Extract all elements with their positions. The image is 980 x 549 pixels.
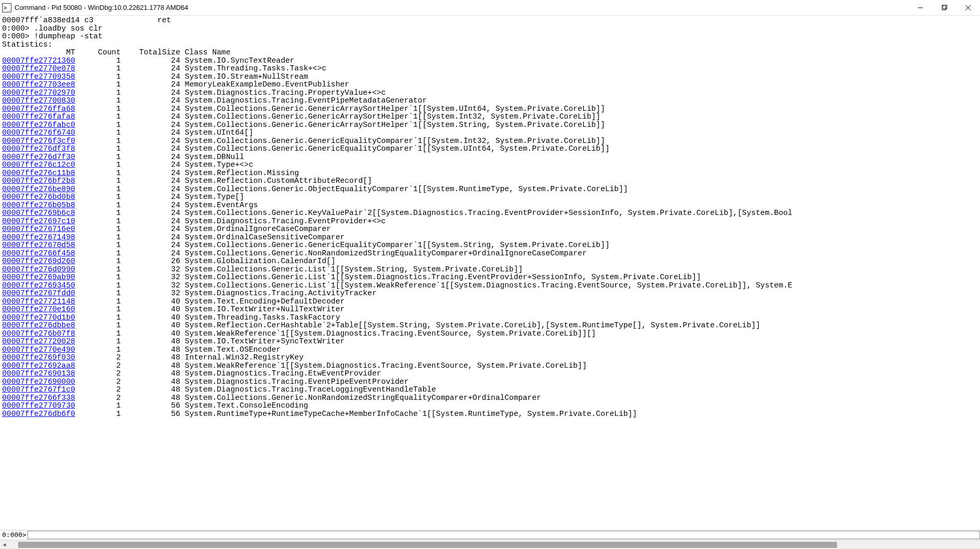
mt-link[interactable]: 00007ffe276ffa68 — [2, 105, 75, 113]
heap-row: 00007ffe27702970 1 24 System.Diagnostics… — [2, 89, 978, 97]
heap-row: 00007ffe276be890 1 24 System.Collections… — [2, 185, 978, 194]
mt-link[interactable]: 00007ffe27700830 — [2, 96, 75, 105]
maximize-icon — [942, 5, 947, 10]
scrollbar-thumb[interactable] — [18, 542, 837, 548]
heap-header: MT Count TotalSize Class Name — [2, 49, 978, 57]
mt-link[interactable]: 00007ffe276b05b8 — [2, 201, 75, 209]
mt-link[interactable]: 00007ffe27709358 — [2, 73, 75, 81]
horizontal-scrollbar[interactable]: ◄ — [0, 540, 980, 549]
heap-row: 00007ffe2769b6c8 1 24 System.Collections… — [2, 209, 978, 218]
mt-link[interactable]: 00007ffe2766f338 — [2, 394, 75, 402]
mt-link[interactable]: 00007ffe276b07f8 — [2, 329, 75, 338]
heap-row: 00007ffe2769d260 1 26 System.Globalizati… — [2, 257, 978, 266]
heap-row: 00007ffe276ffa68 1 24 System.Collections… — [2, 105, 978, 113]
mt-link[interactable]: 00007ffe276db6f0 — [2, 410, 75, 418]
minimize-button[interactable] — [908, 0, 932, 15]
heap-row: 00007ffe27690138 2 48 System.Diagnostics… — [2, 370, 978, 378]
heap-row: 00007ffe2770d1b0 1 40 System.Threading.T… — [2, 314, 978, 322]
close-icon — [965, 5, 971, 10]
mt-link[interactable]: 00007ffe2770d1b0 — [2, 313, 75, 322]
close-button[interactable] — [956, 0, 980, 15]
console-line: 0:000> !dumpheap -stat — [2, 33, 978, 41]
heap-row: 00007ffe276b07f8 1 40 System.WeakReferen… — [2, 330, 978, 338]
mt-link[interactable]: 00007ffe27703ee8 — [2, 80, 75, 89]
mt-link[interactable]: 00007ffe27690138 — [2, 369, 75, 378]
heap-row: 00007ffe2770e160 1 40 System.IO.TextWrit… — [2, 306, 978, 314]
console-line: Statistics: — [2, 41, 978, 49]
heap-row: 00007ffe2766f338 2 48 System.Collections… — [2, 394, 978, 402]
heap-row: 00007ffe27709730 1 56 System.Text.Consol… — [2, 402, 978, 410]
svg-rect-1 — [942, 6, 946, 10]
mt-link[interactable]: 00007ffe276f3cf0 — [2, 137, 75, 145]
mt-link[interactable]: 00007ffe27697c10 — [2, 217, 75, 225]
mt-link[interactable]: 00007ffe2770e078 — [2, 64, 75, 73]
mt-link[interactable]: 00007ffe276bd0b8 — [2, 193, 75, 201]
mt-link[interactable]: 00007ffe276df3f8 — [2, 145, 75, 153]
heap-row: 00007ffe276fafa8 1 24 System.Collections… — [2, 113, 978, 121]
console-line: 0:000> .loadby sos clr — [2, 25, 978, 33]
heap-row: 00007ffe276c12c0 1 24 System.Type+<>c — [2, 161, 978, 169]
heap-row: 00007ffe2770e490 1 48 System.Text.OSEnco… — [2, 346, 978, 354]
mt-link[interactable]: 00007ffe276716e0 — [2, 225, 75, 233]
heap-row: 00007ffe276c11b8 1 24 System.Reflection.… — [2, 169, 978, 178]
mt-link[interactable]: 00007ffe27702970 — [2, 89, 75, 97]
svg-rect-2 — [943, 5, 947, 9]
mt-link[interactable]: 00007ffe276fafa8 — [2, 112, 75, 121]
heap-row: 00007ffe2767f1c0 2 48 System.Diagnostics… — [2, 386, 978, 394]
heap-row: 00007ffe276db6f0 1 56 System.RuntimeType… — [2, 410, 978, 418]
heap-row: 00007ffe27709358 1 24 System.IO.Stream+N… — [2, 73, 978, 81]
mt-link[interactable]: 00007ffe2767f1c0 — [2, 385, 75, 394]
heap-row: 00007ffe27721148 1 40 System.Text.Encodi… — [2, 298, 978, 306]
window-titlebar: >_ Command - Pid 50080 - WinDbg:10.0.226… — [0, 0, 980, 16]
mt-link[interactable]: 00007ffe276d7f30 — [2, 153, 75, 161]
mt-link[interactable]: 00007ffe27690000 — [2, 378, 75, 386]
mt-link[interactable]: 00007ffe2769f030 — [2, 353, 75, 362]
mt-link[interactable]: 00007ffe2766f458 — [2, 249, 75, 257]
prompt-label: 0:000> — [2, 531, 26, 539]
heap-row: 00007ffe27720028 1 48 System.IO.TextWrit… — [2, 338, 978, 346]
mt-link[interactable]: 00007ffe2769b6c8 — [2, 209, 75, 217]
mt-link[interactable]: 00007ffe2770e160 — [2, 305, 75, 313]
scroll-left-icon[interactable]: ◄ — [0, 540, 9, 549]
command-prompt-bar: 0:000> — [0, 530, 980, 539]
heap-row: 00007ffe276dbbe8 1 40 System.Reflection.… — [2, 322, 978, 330]
mt-link[interactable]: 00007ffe27671498 — [2, 233, 75, 241]
mt-link[interactable]: 00007ffe276d0990 — [2, 265, 75, 273]
maximize-button[interactable] — [932, 0, 956, 15]
mt-link[interactable]: 00007ffe27692aa8 — [2, 362, 75, 370]
mt-link[interactable]: 00007ffe2770e490 — [2, 345, 75, 354]
mt-link[interactable]: 00007ffe276bf2b8 — [2, 177, 75, 185]
mt-link[interactable]: 00007ffe276f6740 — [2, 128, 75, 137]
mt-link[interactable]: 00007ffe27693450 — [2, 281, 75, 290]
mt-link[interactable]: 00007ffe27721148 — [2, 297, 75, 306]
window-controls — [908, 0, 980, 15]
mt-link[interactable]: 00007ffe276c12c0 — [2, 161, 75, 169]
heap-row: 00007ffe2770e078 1 24 System.Threading.T… — [2, 65, 978, 73]
heap-row: 00007ffe276d0990 1 32 System.Collections… — [2, 266, 978, 274]
mt-link[interactable]: 00007ffe276c11b8 — [2, 169, 75, 177]
mt-link[interactable]: 00007ffe276fabc0 — [2, 121, 75, 129]
app-icon: >_ — [2, 3, 11, 12]
command-input[interactable] — [27, 531, 980, 539]
mt-link[interactable]: 00007ffe27720028 — [2, 337, 75, 345]
minimize-icon — [918, 5, 923, 10]
heap-row: 00007ffe276bf2b8 1 24 System.Reflection.… — [2, 177, 978, 185]
mt-link[interactable]: 00007ffe2769ab90 — [2, 273, 75, 281]
mt-link[interactable]: 00007ffe27709730 — [2, 401, 75, 410]
heap-row: 00007ffe27721360 1 24 System.IO.SyncText… — [2, 57, 978, 65]
mt-link[interactable]: 00007ffe27721360 — [2, 56, 75, 65]
console-output[interactable]: 00007fff`a838ed14 c3 ret0:000> .loadby s… — [0, 16, 980, 539]
mt-link[interactable]: 00007ffe2769d260 — [2, 257, 75, 265]
heap-row: 00007ffe276716e0 1 24 System.OrdinalIgno… — [2, 225, 978, 234]
mt-link[interactable]: 00007ffe27670d58 — [2, 241, 75, 249]
heap-row: 00007ffe27692aa8 2 48 System.WeakReferen… — [2, 362, 978, 370]
heap-row: 00007ffe27703ee8 1 24 MemoryLeakExampleD… — [2, 81, 978, 89]
heap-row: 00007ffe276fabc0 1 24 System.Collections… — [2, 121, 978, 129]
heap-row: 00007ffe27671498 1 24 System.OrdinalCase… — [2, 234, 978, 242]
mt-link[interactable]: 00007ffe2767fdd0 — [2, 289, 75, 297]
heap-row: 00007ffe276f3cf0 1 24 System.Collections… — [2, 137, 978, 146]
window-title: Command - Pid 50080 - WinDbg:10.0.22621.… — [15, 4, 908, 11]
heap-row: 00007ffe2766f458 1 24 System.Collections… — [2, 250, 978, 258]
mt-link[interactable]: 00007ffe276dbbe8 — [2, 321, 75, 329]
mt-link[interactable]: 00007ffe276be890 — [2, 185, 75, 193]
